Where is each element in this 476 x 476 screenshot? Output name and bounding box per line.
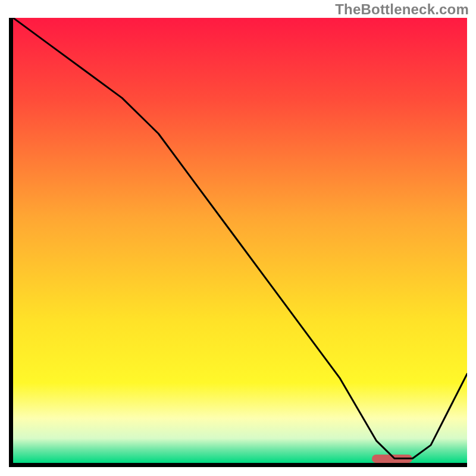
attribution-text: TheBottleneck.com (335, 1, 469, 18)
bottleneck-curve (13, 18, 467, 463)
chart-container: TheBottleneck.com (0, 0, 476, 476)
axes-frame (9, 18, 467, 467)
plot-area (13, 18, 467, 463)
